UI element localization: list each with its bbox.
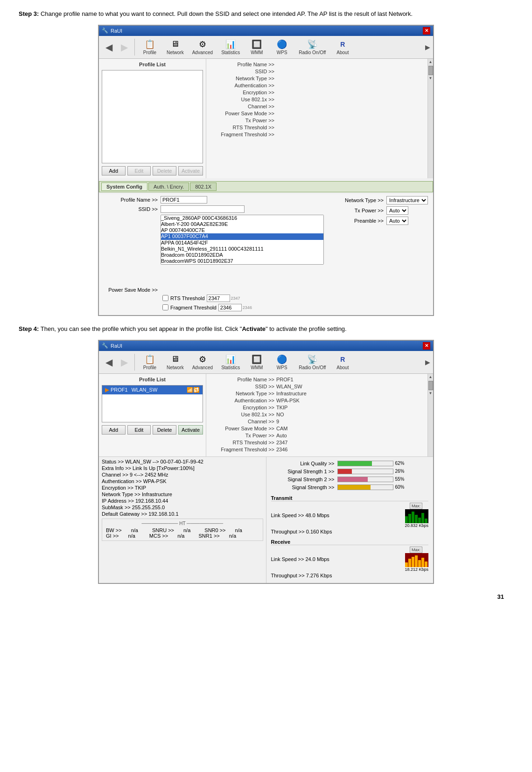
toolbar2-statistics[interactable]: 📊 Statistics <box>217 353 244 372</box>
ssid-option-4[interactable]: APPA 0014A54F42F <box>161 240 323 246</box>
scrollbar-2[interactable]: ▲ ▼ <box>427 374 433 456</box>
ssid-input[interactable] <box>161 205 245 213</box>
preamble-select[interactable]: Auto <box>386 217 408 225</box>
toolbar-network[interactable]: 🖥 Network <box>163 38 188 56</box>
scroll-thumb-2[interactable] <box>428 381 433 390</box>
toolbar-wmm[interactable]: 🔲 WMM <box>245 38 269 56</box>
scroll-down-arrow[interactable]: ▼ <box>428 75 434 81</box>
toolbar2-wps[interactable]: 🔵 WPS <box>270 353 294 372</box>
back-button-2[interactable]: ◀ <box>102 356 116 369</box>
toolbar2-radio[interactable]: 📡 Radio On/Off <box>295 353 329 372</box>
bottom-flex: Status >> WLAN_SW --> 00-07-40-1F-99-42 … <box>99 457 433 583</box>
edit-button-2[interactable]: Edit <box>127 425 151 435</box>
w2-info-row-9: RTS Threshold >> 2347 <box>209 440 425 445</box>
page-number: 31 <box>19 593 513 600</box>
signal3-row: Signal Strength >> 60% <box>269 484 431 490</box>
toolbar2-about[interactable]: R About <box>330 353 355 372</box>
advanced2-icon: ⚙ <box>196 354 209 365</box>
w2-info-value-2: Infrastructure <box>276 391 307 396</box>
w2-info-value-3: WPA-PSK <box>276 398 300 403</box>
toolbar-radio[interactable]: 📡 Radio On/Off <box>295 38 329 56</box>
toolbar2-profile[interactable]: 📋 Profile <box>138 353 162 372</box>
scrollbar-1[interactable]: ▲ ▼ <box>427 59 433 178</box>
activate-button-1[interactable]: Activate <box>178 166 203 175</box>
svg-rect-5 <box>421 513 424 523</box>
toolbar-end-arrow[interactable]: ▶ <box>425 43 430 51</box>
step4-label: Step 4: <box>19 325 39 332</box>
signal2-row: Signal Strength 2 >> 55% <box>269 477 431 482</box>
info-label-9: RTS Threshold >> <box>209 125 274 130</box>
profile-list-2: ▶ PROF1 WLAN_SW 📶🔁 <box>102 385 203 422</box>
checkbox-rts: RTS Threshold 2347 <box>162 295 318 302</box>
fragment-checkbox[interactable] <box>162 304 168 310</box>
svg-rect-1 <box>408 514 411 523</box>
titlebar2: 🔧 RaUI ✕ <box>99 341 433 351</box>
activate-button-2[interactable]: Activate <box>178 425 203 435</box>
sys-tab-8021x[interactable]: 802.1X <box>190 182 217 191</box>
ssid-option-3[interactable]: AP1 00037F00C7A4 <box>161 233 323 239</box>
panel-title-2: Profile List <box>102 377 203 382</box>
tx-power-select[interactable]: Auto <box>386 206 408 215</box>
about2-label: About <box>336 365 349 370</box>
toolbar-advanced[interactable]: ⚙ Advanced <box>189 38 217 56</box>
ssid-option-2[interactable]: AP 000740400C7E <box>161 227 323 233</box>
ssid-option-7[interactable]: BroadcomWPS 001D18902E37 <box>161 258 323 264</box>
sys-tab-config[interactable]: System Config <box>101 182 147 191</box>
ssid-option-5[interactable]: Belkin_N1_Wireless_291111 000C43281111 <box>161 246 323 252</box>
forward-button-2[interactable]: ▶ <box>117 356 132 369</box>
edit-button-1[interactable]: Edit <box>127 166 151 175</box>
signal1-row: Signal Strength 1 >> 26% <box>269 469 431 474</box>
w2-info-value-9: 2347 <box>276 440 287 445</box>
wps2-label: WPS <box>277 365 287 370</box>
ssid-option-0[interactable]: _Siveng_2860AP 000C43686316 <box>161 215 323 221</box>
fragment-input[interactable] <box>218 304 242 311</box>
info-label-2: Network Type >> <box>209 76 274 81</box>
add-button-1[interactable]: Add <box>102 166 126 175</box>
status-right: Link Quality >> 62% Signal Strength 1 >>… <box>266 457 434 583</box>
toolbar-statistics[interactable]: 📊 Statistics <box>217 38 244 56</box>
receive-max-label: Max: <box>410 547 423 553</box>
scroll-thumb-1[interactable] <box>428 66 433 75</box>
ssid-dropdown[interactable]: _Siveng_2860AP 000C43686316 Albert-Y-200… <box>161 215 324 265</box>
signal3-label: Signal Strength >> <box>269 484 335 490</box>
ht-row-0: BW >> n/a SNRU >> n/a SNR0 >> n/a <box>106 527 259 533</box>
scroll-down-arrow-2[interactable]: ▼ <box>428 390 434 396</box>
delete-button-1[interactable]: Delete <box>153 166 176 175</box>
add-button-2[interactable]: Add <box>102 425 126 435</box>
scroll-up-arrow-2[interactable]: ▲ <box>428 374 434 380</box>
svg-rect-9 <box>412 557 414 567</box>
form-network-type-row: Network Type >> Infrastructure Ad Hoc <box>328 196 430 204</box>
ht-snr0-label: SNR0 >> <box>204 527 225 533</box>
toolbar2-end-arrow[interactable]: ▶ <box>425 358 430 366</box>
profile-arrow: ▶ <box>105 387 109 393</box>
ht-snru-val: n/a <box>183 527 190 533</box>
ssid-option-6[interactable]: Broadcom 001D18902EDA <box>161 252 323 258</box>
info-label-4: Encryption >> <box>209 90 274 95</box>
toolbar-about[interactable]: R About <box>330 38 355 56</box>
forward-button[interactable]: ▶ <box>117 41 132 54</box>
toolbar-wps[interactable]: 🔵 WPS <box>270 38 294 56</box>
network-type-select[interactable]: Infrastructure Ad Hoc <box>386 196 428 204</box>
profile2-icon: 📋 <box>143 354 156 365</box>
w2-info-label-6: Channel >> <box>209 419 274 424</box>
close-button-1[interactable]: ✕ <box>423 27 430 35</box>
delete-button-2[interactable]: Delete <box>153 425 176 435</box>
sys-tab-auth[interactable]: Auth. \ Encry. <box>148 182 189 191</box>
toolbar2-wmm[interactable]: 🔲 WMM <box>245 353 269 372</box>
rts-input[interactable] <box>207 295 230 302</box>
toolbar-profile[interactable]: 📋 Profile <box>138 38 162 56</box>
toolbar2-advanced[interactable]: ⚙ Advanced <box>189 353 217 372</box>
ht-snr1-label: SNR1 >> <box>198 533 219 539</box>
ssid-option-1[interactable]: Albert-Y-200 00AA2E82E39E <box>161 221 323 227</box>
profile-name-input[interactable] <box>161 196 207 204</box>
rts-checkbox[interactable] <box>162 295 168 301</box>
back-button[interactable]: ◀ <box>102 41 116 54</box>
info-row-7: Power Save Mode >> <box>209 111 425 116</box>
scroll-up-arrow[interactable]: ▲ <box>428 59 434 65</box>
status-left: Status >> WLAN_SW --> 00-07-40-1F-99-42 … <box>99 457 266 583</box>
info-row-4: Encryption >> <box>209 90 425 95</box>
close-button-2[interactable]: ✕ <box>423 342 430 350</box>
wps2-icon: 🔵 <box>275 354 288 365</box>
profile-list-item-prof1[interactable]: ▶ PROF1 WLAN_SW 📶🔁 <box>102 386 203 394</box>
toolbar2-network[interactable]: 🖥 Network <box>163 353 188 372</box>
